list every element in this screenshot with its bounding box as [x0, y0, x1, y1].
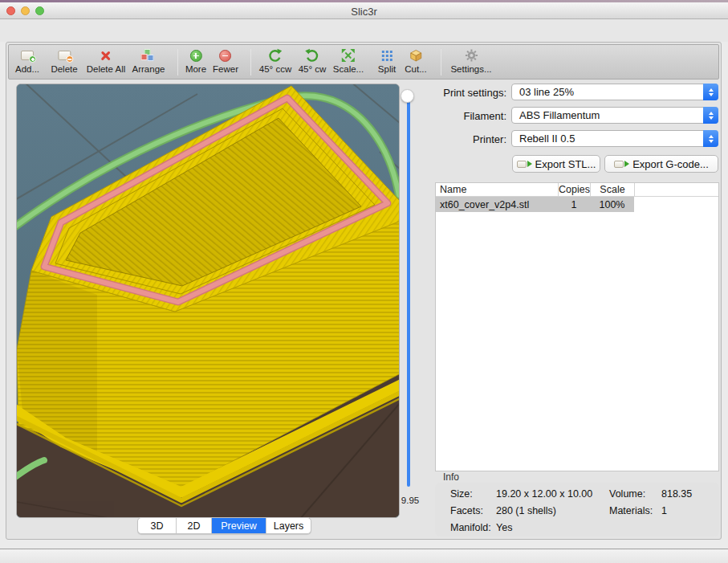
size-label: Size:	[450, 488, 473, 500]
printer-value: Rebell II 0.5	[512, 133, 703, 145]
toolbar: Add... Delete Delete All Arrange More Fe…	[8, 44, 719, 80]
column-header-copies[interactable]: Copies	[558, 183, 590, 196]
facets-label: Facets:	[450, 505, 483, 516]
rotate-ccw-button[interactable]: 45° ccw	[259, 47, 291, 74]
printer-select[interactable]: Rebell II 0.5	[511, 130, 718, 147]
export-gcode-button[interactable]: Export G-code...	[604, 155, 718, 173]
scale-arrows-icon	[341, 47, 356, 63]
cut-button[interactable]: Cut...	[405, 47, 426, 74]
column-header-scale[interactable]: Scale	[590, 183, 634, 196]
delete-label: Delete	[51, 64, 77, 74]
delete-all-label: Delete All	[87, 64, 126, 74]
split-dots-icon	[381, 47, 393, 63]
red-minus-circle-icon	[219, 47, 231, 63]
green-arrow-icon	[624, 161, 629, 167]
rotate-ccw-icon	[268, 47, 283, 63]
layer-slider-value: 9.95	[396, 496, 425, 505]
stepper-icon	[703, 84, 718, 100]
info-panel: Size: 19.20 x 12.00 x 10.00 Volume: 818.…	[435, 483, 719, 536]
materials-value: 1	[661, 505, 667, 516]
export-gcode-label: Export G-code...	[632, 158, 709, 170]
box-minus-icon	[58, 47, 71, 63]
cell-name: xt60_cover_v2p4.stl	[436, 197, 558, 212]
export-stl-label: Export STL...	[535, 158, 596, 170]
green-plus-circle-icon	[189, 47, 201, 63]
toolbar-separator	[177, 49, 178, 75]
zoom-button[interactable]	[35, 6, 45, 16]
filament-select[interactable]: ABS Fillamentum	[511, 107, 718, 124]
stepper-icon	[703, 107, 718, 124]
arrange-label: Arrange	[132, 64, 165, 74]
window-title: Slic3r	[0, 6, 728, 18]
printer-label: Printer:	[434, 133, 506, 145]
materials-label: Materials:	[609, 505, 653, 516]
view-layers-button[interactable]: Layers	[266, 518, 311, 533]
tab-strip: Plater Print Settings Filament Settings …	[0, 19, 728, 42]
view-2d-button[interactable]: 2D	[177, 518, 212, 533]
settings-button[interactable]: Settings...	[450, 47, 491, 74]
cell-copies: 1	[558, 197, 590, 212]
manifold-label: Manifold:	[450, 522, 491, 533]
volume-label: Volume:	[609, 488, 645, 500]
view-preview-button[interactable]: Preview	[212, 518, 266, 533]
print-settings-value: 03 line 25%	[512, 86, 703, 98]
facets-value: 280 (1 shells)	[496, 505, 556, 516]
red-x-icon	[100, 47, 112, 63]
rotate-cw-icon	[305, 47, 319, 63]
gear-icon	[465, 47, 478, 63]
status-bar	[0, 549, 728, 563]
more-label: More	[185, 64, 206, 74]
view-3d-button[interactable]: 3D	[138, 518, 177, 533]
rotate-ccw-label: 45° ccw	[259, 64, 291, 74]
scale-label: Scale...	[333, 64, 364, 74]
cut-cube-icon	[409, 47, 423, 63]
volume-value: 818.35	[661, 488, 692, 500]
box-icon	[517, 161, 527, 168]
add-label: Add...	[15, 64, 39, 74]
cubes-icon	[141, 47, 156, 63]
stepper-icon	[703, 130, 718, 147]
split-label: Split	[378, 64, 396, 74]
fewer-button[interactable]: Fewer	[213, 47, 238, 74]
add-button[interactable]: Add...	[15, 47, 39, 74]
rotate-cw-button[interactable]: 45° cw	[299, 47, 327, 74]
close-button[interactable]	[6, 6, 16, 16]
fewer-label: Fewer	[213, 64, 238, 74]
gear-box-icon	[614, 161, 624, 168]
viewport-3d[interactable]	[16, 84, 400, 518]
box-plus-icon	[21, 47, 34, 63]
green-arrow-icon	[527, 161, 532, 167]
render-scene	[17, 84, 400, 518]
settings-label: Settings...	[450, 64, 491, 74]
print-settings-select[interactable]: 03 line 25%	[511, 84, 718, 100]
arrange-button[interactable]: Arrange	[132, 47, 165, 74]
minimize-button[interactable]	[21, 6, 31, 16]
cut-label: Cut...	[405, 64, 426, 74]
toolbar-separator	[441, 49, 441, 75]
toolbar-separator	[250, 49, 251, 75]
cell-scale: 100%	[590, 197, 634, 212]
filament-label: Filament:	[434, 110, 506, 122]
view-mode-bar: 3D 2D Preview Layers	[137, 517, 311, 534]
object-table-header: Name Copies Scale	[436, 183, 718, 197]
column-header-name[interactable]: Name	[436, 183, 558, 196]
table-row[interactable]: xt60_cover_v2p4.stl 1 100%	[436, 197, 634, 212]
object-table: Name Copies Scale xt60_cover_v2p4.stl 1 …	[435, 182, 719, 471]
print-settings-label: Print settings:	[434, 87, 506, 99]
column-header-empty	[634, 183, 718, 196]
filament-value: ABS Fillamentum	[512, 109, 703, 121]
delete-button[interactable]: Delete	[51, 47, 77, 74]
export-stl-button[interactable]: Export STL...	[512, 155, 600, 173]
info-title: Info	[443, 471, 459, 483]
scale-button[interactable]: Scale...	[333, 47, 364, 74]
manifold-value: Yes	[496, 522, 512, 533]
delete-all-button[interactable]: Delete All	[87, 47, 126, 74]
size-value: 19.20 x 12.00 x 10.00	[496, 488, 592, 500]
content-panel: Add... Delete Delete All Arrange More Fe…	[6, 42, 722, 540]
layer-slider-knob[interactable]	[401, 89, 414, 103]
rotate-cw-label: 45° cw	[299, 64, 327, 74]
split-button[interactable]: Split	[378, 47, 396, 74]
layer-slider-track[interactable]	[407, 96, 410, 487]
more-button[interactable]: More	[185, 47, 206, 74]
titlebar: Slic3r	[0, 2, 728, 19]
